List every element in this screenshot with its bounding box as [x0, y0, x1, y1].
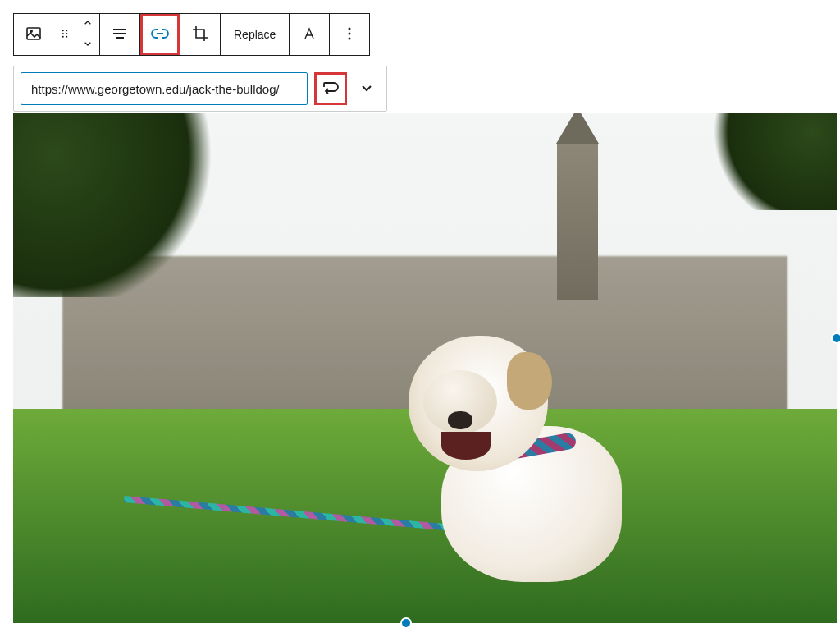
link-button[interactable]	[140, 14, 180, 55]
toolbar-group-block	[14, 14, 100, 55]
more-vertical-icon	[340, 24, 359, 46]
replace-label: Replace	[234, 28, 276, 41]
link-settings-toggle-button[interactable]	[350, 72, 383, 105]
resize-handle-bottom[interactable]	[400, 617, 412, 629]
image-block-wrapper	[13, 113, 837, 623]
letter-a-icon	[299, 24, 319, 46]
move-up-button[interactable]	[76, 14, 99, 34]
text-overlay-button[interactable]	[290, 14, 329, 55]
image-tree-right	[696, 113, 837, 210]
svg-point-8	[349, 27, 351, 30]
chevron-down-icon	[357, 78, 377, 100]
svg-point-2	[62, 30, 64, 31]
toolbar-group-crop	[180, 14, 221, 55]
image-bulldog	[409, 328, 655, 590]
submit-link-button[interactable]	[314, 72, 347, 105]
chevron-down-icon	[81, 37, 94, 53]
drag-handle-icon	[57, 26, 72, 44]
image-block-icon	[24, 24, 43, 46]
svg-point-5	[66, 32, 67, 34]
svg-point-6	[62, 35, 64, 37]
toolbar-group-align	[100, 14, 140, 55]
svg-point-4	[62, 32, 64, 34]
svg-point-1	[30, 30, 32, 31]
link-url-input[interactable]	[21, 72, 308, 105]
crop-icon	[190, 24, 210, 46]
crop-button[interactable]	[180, 14, 220, 55]
block-type-button[interactable]	[14, 14, 53, 55]
chevron-up-icon	[81, 16, 94, 32]
image-tower-region	[557, 144, 598, 300]
drag-handle-button[interactable]	[53, 14, 76, 55]
more-options-button[interactable]	[330, 14, 369, 55]
svg-point-7	[66, 35, 67, 37]
submit-arrow-icon	[321, 78, 340, 100]
link-url-popover	[13, 66, 387, 112]
block-toolbar: Replace	[13, 13, 370, 56]
link-icon	[150, 24, 170, 46]
svg-point-10	[349, 37, 351, 39]
svg-point-3	[66, 30, 67, 31]
image-tree-left	[13, 113, 227, 297]
image-content[interactable]	[13, 113, 837, 623]
replace-button[interactable]: Replace	[221, 14, 289, 55]
align-button[interactable]	[100, 14, 139, 55]
svg-point-9	[349, 32, 351, 34]
move-down-button[interactable]	[76, 34, 99, 55]
toolbar-group-link	[140, 14, 180, 55]
move-updown-stack	[76, 14, 99, 55]
toolbar-group-replace: Replace	[221, 14, 290, 55]
align-icon	[110, 24, 130, 46]
toolbar-group-text	[290, 14, 330, 55]
toolbar-group-more	[330, 14, 369, 55]
resize-handle-right[interactable]	[831, 332, 840, 344]
